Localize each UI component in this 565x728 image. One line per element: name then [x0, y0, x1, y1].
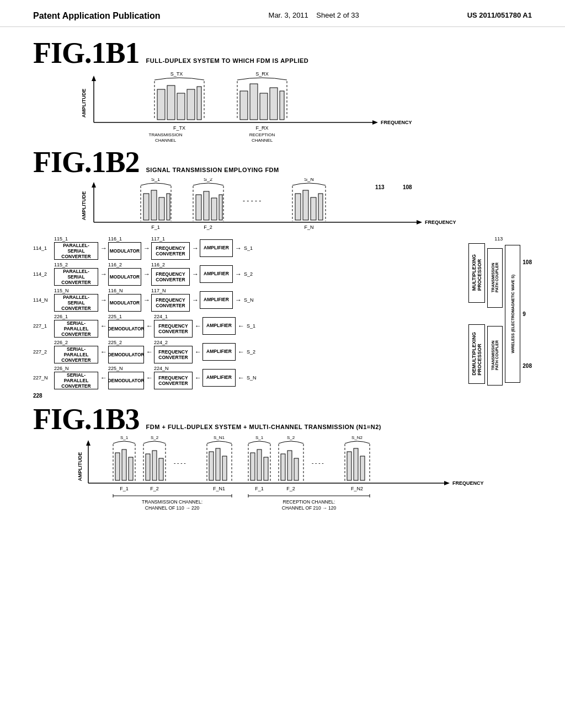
svg-text:RECEPTION: RECEPTION: [249, 132, 275, 137]
svg-rect-86: [222, 456, 227, 480]
svg-text:TRANSMISSION CHANNEL:: TRANSMISSION CHANNEL:: [142, 499, 202, 505]
svg-rect-16: [250, 84, 258, 120]
svg-rect-106: [347, 452, 351, 480]
publication-number: US 2011/051780 A1: [467, 11, 532, 19]
fig1b2-section: FIG.1B2 SIGNAL TRANSMISSION EMPLOYING FD…: [33, 147, 532, 399]
svg-text:FREQUENCY: FREQUENCY: [452, 480, 484, 486]
tx-rown-box2: MODULATOR: [108, 294, 141, 312]
svg-text:S_N: S_N: [304, 178, 314, 182]
rx-row2-b2-label: 225_2: [108, 340, 144, 345]
svg-rect-38: [159, 197, 164, 220]
rx-row-n: 227_N 226_N SERIAL-PARALLELCONVERTER ← 2…: [33, 366, 464, 389]
main-content: FIG.1B1 FULL-DUPLEX SYSTEM TO WHICH FDM …: [0, 27, 565, 530]
tx-row-1: 114_1 115_1 PARALLEL-SERIALCONVERTER → 1…: [33, 236, 464, 260]
rx-row2-label: 227_2: [33, 349, 54, 355]
rx-row1-sig: S_1: [247, 323, 255, 329]
tx-row2-b2-label: 116_2: [108, 262, 141, 267]
svg-rect-36: [143, 194, 149, 220]
wireless-box: WIRELESS (ELECTROMAGNETIC WAVE S): [505, 245, 520, 383]
tx-rown-sig: S_N: [244, 297, 254, 303]
rx-row2-box3: FREQUENCYCONVERTER: [154, 346, 193, 363]
fig1b3-subtitle: FDM + FULL-DUPLEX SYSTEM + MULTI-CHANNEL…: [146, 424, 381, 430]
rx-coupler-box: TRANSMISSIONPATH COUPLER: [487, 326, 503, 386]
fig1b3-title: FIG.1B3: [33, 404, 140, 434]
svg-text:F_2: F_2: [150, 486, 159, 491]
publication-date: Mar. 3, 2011: [269, 11, 308, 19]
svg-text:F_2: F_2: [286, 486, 295, 491]
svg-text:AMPLITUDE: AMPLITUDE: [81, 191, 87, 221]
rx-rown-b2-label: 225_N: [108, 366, 144, 371]
svg-rect-18: [270, 88, 278, 120]
svg-rect-15: [240, 91, 248, 120]
page-header: Patent Application Publication Mar. 3, 2…: [0, 0, 565, 27]
tx-row-2: 114_2 115_2 PARALLEL-SERIALCONVERTER → 1…: [33, 262, 464, 286]
svg-rect-76: [146, 454, 150, 480]
rx-row-1: 227_1 226_1 SERIAL-PARALLELCONVERTER ← 2…: [33, 314, 464, 338]
fig1b1-title: FIG.1B1: [33, 38, 140, 68]
rx-row1-box4: AMPLIFIER: [202, 317, 236, 335]
tx-row2-label: 114_2: [33, 271, 54, 277]
svg-text:TRANSMISSION: TRANSMISSION: [149, 132, 183, 137]
rx-rown-b3-label: 224_N: [154, 366, 193, 371]
rx-row1-b3-label: 224_1: [154, 314, 193, 319]
fig1b2-spectrum: AMPLITUDE FREQUENCY S_1 F_1: [33, 178, 486, 236]
rx-rown-b1-label: 226_N: [54, 366, 98, 371]
rx-row1-b1-label: 226_1: [54, 314, 98, 319]
side-labels: 108 9 208: [523, 236, 532, 392]
rx-row1-box2: DEMODULATOR: [108, 320, 144, 338]
rx-row2-sig: S_2: [247, 349, 255, 355]
label-208: 208: [523, 363, 532, 369]
tx-row2-box2: MODULATOR: [108, 268, 141, 286]
tx-block-area: 114_1 115_1 PARALLEL-SERIALCONVERTER → 1…: [33, 236, 464, 392]
rx-row-2: 227_2 226_2 SERIAL-PARALLELCONVERTER ← 2…: [33, 340, 464, 363]
svg-text:AMPLITUDE: AMPLITUDE: [77, 452, 83, 481]
svg-rect-85: [216, 448, 220, 480]
rx-row2-box1: SERIAL-PARALLELCONVERTER: [54, 346, 98, 363]
svg-rect-12: [197, 87, 201, 120]
svg-text:F_1: F_1: [151, 224, 160, 230]
svg-rect-9: [167, 85, 175, 120]
tx-rown-b2-label: 116_N: [108, 288, 141, 293]
svg-rect-71: [129, 457, 133, 480]
wireless-label: WIRELESS (ELECTROMAGNETIC WAVE S): [511, 275, 515, 354]
tx-row1-b2-label: 116_1: [108, 236, 141, 242]
svg-rect-84: [209, 452, 214, 480]
fig1b3-section: FIG.1B3 FDM + FULL-DUPLEX SYSTEM + MULTI…: [33, 404, 532, 519]
tx-row2-b1-label: 115_2: [54, 262, 98, 267]
tx-row2-box1: PARALLEL-SERIALCONVERTER: [54, 268, 98, 286]
demux-box: DEMULTIPLEXINGPROCESSOR: [468, 324, 485, 384]
tx-rown-box3: FREQUENCYCONVERTER: [151, 294, 190, 312]
svg-text:S_N1: S_N1: [214, 436, 225, 440]
tx-coupler-box: TRANSMISSIONPATH COUPLER: [487, 248, 503, 308]
tx-rown-box4: AMPLIFIER: [200, 291, 233, 309]
svg-text:CHANNEL OF 210 → 120: CHANNEL OF 210 → 120: [282, 505, 337, 511]
svg-marker-1: [92, 76, 96, 81]
svg-rect-10: [177, 93, 185, 120]
svg-text:F_RX: F_RX: [255, 125, 268, 131]
rx-rown-sig: S_N: [247, 375, 257, 381]
svg-rect-100: [294, 458, 299, 480]
svg-text:AMPLITUDE: AMPLITUDE: [81, 89, 87, 118]
rx-coupler-label: TRANSMISSIONPATH COUPLER: [491, 340, 499, 370]
fig1b1-subtitle: FULL-DUPLEX SYSTEM TO WHICH FDM IS APPLI…: [146, 57, 309, 64]
tx-rown-label: 114_N: [33, 297, 54, 303]
svg-rect-77: [152, 451, 157, 480]
svg-rect-46: [211, 198, 217, 220]
svg-text:CHANNEL OF 110 → 220: CHANNEL OF 110 → 220: [145, 505, 200, 511]
svg-text:F_2: F_2: [204, 224, 212, 230]
tx-row1-box4: AMPLIFIER: [200, 239, 233, 257]
svg-rect-39: [167, 194, 170, 220]
svg-rect-108: [360, 456, 365, 480]
rx-row2-b3-label: 224_2: [154, 340, 193, 345]
fig1b1-diagram: AMPLITUDE FREQUENCY: [33, 70, 486, 142]
svg-text:S_1: S_1: [151, 178, 160, 182]
svg-text:RECEPTION CHANNEL:: RECEPTION CHANNEL:: [283, 499, 335, 505]
svg-rect-44: [196, 195, 201, 220]
tx-rown-b1-label: 115_N: [54, 288, 98, 293]
fig1b1-section: FIG.1B1 FULL-DUPLEX SYSTEM TO WHICH FDM …: [33, 38, 532, 142]
tx-row1-b1-label: 115_1: [54, 236, 98, 242]
coupler-column: 113 TRANSMISSIONPATH COUPLER TRANSMISSIO…: [487, 236, 503, 392]
svg-text:- - - -: - - - -: [312, 460, 324, 466]
tx-row1-label: 114_1: [33, 245, 54, 251]
rx-row1-box3: FREQUENCYCONVERTER: [154, 320, 193, 338]
